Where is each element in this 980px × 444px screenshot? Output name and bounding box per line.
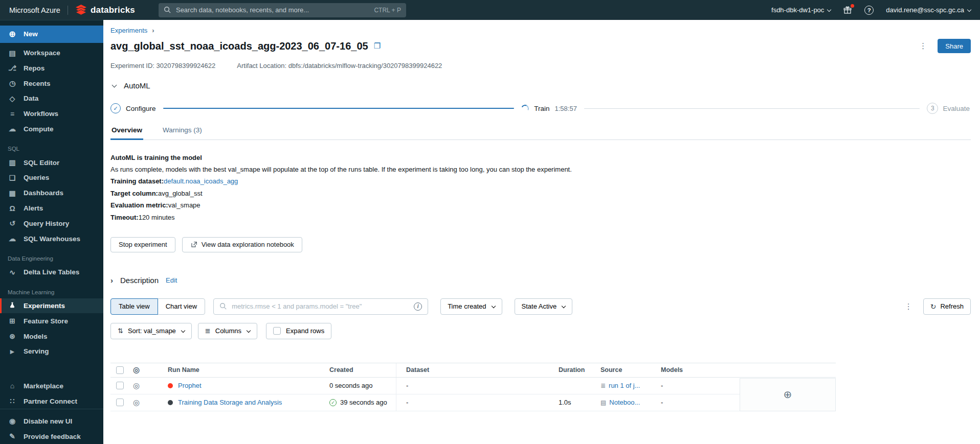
view-data-exploration-notebook-button[interactable]: View data exploration notebook	[182, 237, 302, 252]
sidebar-item-models[interactable]: ⊛ Models	[0, 329, 103, 344]
sidebar-item-new[interactable]: ⊕ New	[0, 26, 103, 43]
source-cell: ▤ Noteboo...	[590, 394, 641, 411]
sidebar-item-disable-new-ui[interactable]: ◉ Disable new UI	[0, 413, 103, 429]
bell-icon: Ω	[8, 204, 17, 213]
run-name-link[interactable]: Prophet	[178, 382, 202, 389]
sidebar-item-feature-store[interactable]: ⊞ Feature Store	[0, 313, 103, 329]
column-header-source[interactable]: Source	[590, 363, 641, 377]
sidebar-item-experiments[interactable]: Experiments	[0, 298, 103, 314]
notebook-icon: ▤	[600, 399, 606, 406]
row-visibility-cell[interactable]: ◎	[129, 378, 150, 394]
sidebar-item-provide-feedback[interactable]: ✎ Provide feedback	[0, 429, 103, 444]
runs-toolbar-right: ⋮ ↻ Refresh	[905, 298, 971, 315]
source-link[interactable]: run 1 of j...	[609, 382, 640, 389]
add-column-button[interactable]: ⊕	[784, 388, 792, 401]
expand-rows-toggle[interactable]: Expand rows	[266, 323, 331, 339]
state-filter-label: State Active	[522, 302, 557, 310]
sidebar-item-delta-live-tables[interactable]: ∿ Delta Live Tables	[0, 265, 103, 280]
sidebar-item-recents[interactable]: ◷ Recents	[0, 76, 103, 91]
run-name-link[interactable]: Training Data Storage and Analysis	[178, 399, 282, 406]
search-icon	[219, 302, 227, 310]
runs-overflow-menu-icon[interactable]: ⋮	[905, 302, 913, 311]
share-button[interactable]: Share	[938, 39, 971, 53]
run-name-cell: Prophet	[150, 378, 319, 394]
sidebar-item-label: Query History	[24, 220, 69, 227]
help-icon[interactable]: ?	[864, 6, 874, 15]
sidebar-item-label: Marketplace	[24, 382, 63, 390]
visibility-header-cell[interactable]: ◎	[129, 363, 150, 377]
gift-icon[interactable]	[843, 6, 852, 15]
sidebar-item-compute[interactable]: ☁ Compute	[0, 122, 103, 137]
tab-overview[interactable]: Overview	[110, 124, 143, 140]
description-edit-link[interactable]: Edit	[166, 276, 177, 284]
serving-icon: ►	[8, 347, 17, 356]
sidebar-item-alerts[interactable]: Ω Alerts	[0, 201, 103, 216]
breadcrumb-separator: ›	[152, 27, 154, 34]
row-checkbox[interactable]	[116, 399, 124, 406]
chevron-down-icon	[181, 328, 185, 332]
column-header-created[interactable]: Created	[319, 363, 396, 377]
sidebar-item-workspace[interactable]: ▤ Workspace	[0, 45, 103, 61]
stepper-pending-line	[584, 108, 920, 109]
refresh-button[interactable]: ↻ Refresh	[923, 298, 971, 315]
column-header-dataset[interactable]: Dataset	[396, 363, 549, 377]
training-dataset-link[interactable]: default.noaa_icoads_agg	[164, 177, 238, 185]
global-search-input[interactable]	[176, 6, 369, 14]
user-menu[interactable]: david.rene@ssc-spc.gc.ca	[886, 6, 971, 14]
configure-step-label: Configure	[126, 105, 156, 112]
automl-section-toggle[interactable]: AutoML	[110, 81, 971, 90]
chevron-right-icon[interactable]: ›	[110, 276, 113, 285]
copy-icon[interactable]: ❐	[374, 41, 381, 51]
overflow-menu-icon[interactable]: ⋮	[919, 41, 927, 51]
refresh-icon: ↻	[930, 302, 937, 311]
runs-search-input[interactable]	[232, 302, 409, 310]
workspace-icon: ▤	[8, 49, 17, 57]
timeout-label: Timeout:	[110, 214, 139, 221]
databricks-logo[interactable]: databricks	[75, 4, 135, 16]
microsoft-azure-label[interactable]: Microsoft Azure	[9, 6, 60, 14]
sidebar-item-dashboards[interactable]: ▦ Dashboards	[0, 185, 103, 201]
repos-branch-icon: ⎇	[8, 64, 17, 72]
view-toggle: Table view Chart view	[110, 298, 205, 315]
workspace-switcher[interactable]: fsdh-dbk-dw1-poc	[771, 6, 831, 14]
row-visibility-cell[interactable]: ◎	[129, 394, 150, 411]
sidebar-item-sql-warehouses[interactable]: ☁ SQL Warehouses	[0, 231, 103, 246]
column-header-models[interactable]: Models	[641, 363, 698, 377]
automl-status-heading: AutoML is training the model	[110, 154, 971, 161]
runs-search[interactable]: i	[213, 298, 428, 315]
source-link[interactable]: Noteboo...	[609, 399, 640, 406]
eye-icon: ◎	[133, 398, 140, 407]
sidebar-item-data[interactable]: ◇ Data	[0, 91, 103, 106]
row-checkbox[interactable]	[116, 382, 124, 389]
training-dataset-line: Training dataset:default.noaa_icoads_agg	[110, 177, 971, 185]
sidebar-item-repos[interactable]: ⎇ Repos	[0, 61, 103, 76]
select-all-checkbox[interactable]	[116, 366, 124, 374]
sidebar-item-serving[interactable]: ► Serving	[0, 344, 103, 359]
sidebar-item-marketplace[interactable]: ⌂ Marketplace	[0, 378, 103, 393]
breadcrumb-experiments-link[interactable]: Experiments	[110, 27, 147, 34]
column-header-run-name[interactable]: Run Name	[150, 363, 319, 377]
notification-dot	[851, 4, 854, 8]
sidebar-item-label: Provide feedback	[24, 433, 81, 440]
stop-experiment-button[interactable]: Stop experiment	[110, 237, 175, 252]
stepper-progress-line	[163, 108, 515, 109]
sidebar-item-queries[interactable]: ❏ Queries	[0, 170, 103, 185]
time-created-dropdown[interactable]: Time created	[440, 298, 502, 315]
global-search[interactable]: CTRL + P	[159, 3, 406, 17]
state-filter-dropdown[interactable]: State Active	[515, 298, 573, 315]
column-header-duration[interactable]: Duration	[549, 363, 590, 377]
chevron-down-icon	[247, 328, 251, 332]
sidebar-item-label: Models	[24, 333, 48, 340]
table-view-button[interactable]: Table view	[110, 298, 158, 315]
expand-rows-checkbox[interactable]	[273, 327, 281, 335]
sidebar-item-query-history[interactable]: ↺ Query History	[0, 216, 103, 231]
sort-dropdown[interactable]: ⇅ Sort: val_smape	[110, 323, 192, 339]
chart-view-button[interactable]: Chart view	[158, 298, 205, 315]
sidebar-item-sql-editor[interactable]: ▥ SQL Editor	[0, 155, 103, 170]
columns-dropdown[interactable]: ≣ Columns	[198, 323, 257, 339]
info-icon[interactable]: i	[414, 302, 422, 311]
sidebar-item-label: Queries	[24, 174, 49, 181]
sidebar-item-partner-connect[interactable]: ∷ Partner Connect	[0, 393, 103, 409]
sidebar-item-workflows[interactable]: ≡ Workflows	[0, 106, 103, 122]
tab-warnings[interactable]: Warnings (3)	[162, 124, 203, 139]
